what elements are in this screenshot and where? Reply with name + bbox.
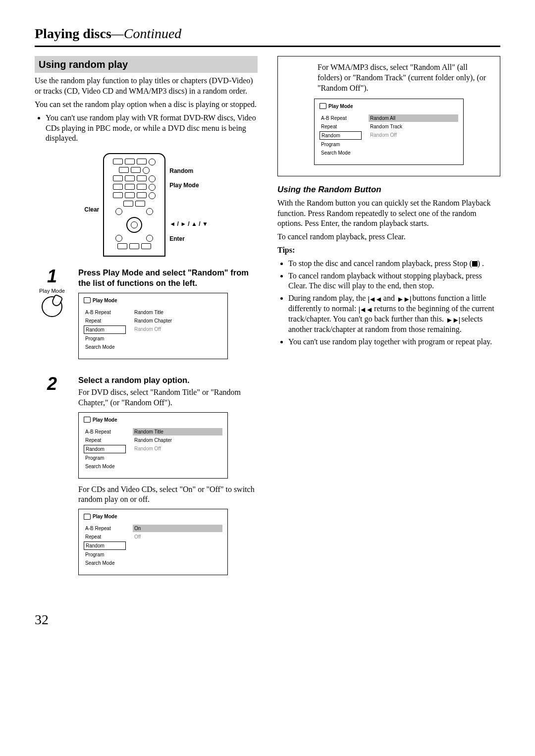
disc-icon xyxy=(84,514,91,520)
tip-2: To cancel random playback without stoppi… xyxy=(288,271,500,292)
osd-right-item-dim: Random Off xyxy=(369,131,458,139)
step-2: 2 Select a random play option. For DVD d… xyxy=(35,375,258,582)
osd-left-item: A-B Repeat xyxy=(84,309,126,316)
disc-icon xyxy=(84,417,91,423)
tips-label: Tips: xyxy=(277,245,500,256)
tip-3b: and xyxy=(381,294,397,302)
right-para-2: To cancel random playback, press Clear. xyxy=(277,232,500,242)
remote-label-arrows: ◄ / ► / ▲ / ▼ xyxy=(169,220,208,228)
osd-left-list: A-B Repeat Repeat Random Program Search … xyxy=(84,308,126,352)
remote-label-enter: Enter xyxy=(169,235,208,243)
osd-right-item: Random Title xyxy=(133,309,222,316)
tip-3a: During random play, the xyxy=(288,294,368,302)
osd-left-item: Program xyxy=(84,335,126,342)
remote-label-clear: Clear xyxy=(84,206,99,214)
intro-bullets: You can't use random play with VR format… xyxy=(35,113,258,144)
osd-right-item-highlight: On xyxy=(133,525,222,532)
remote-label-random: Random xyxy=(169,167,208,175)
osd-left-item-selected: Random xyxy=(84,445,126,453)
osd-left-item-selected: Random xyxy=(320,131,362,140)
skip-next-icon: ►►| xyxy=(446,315,460,325)
osd-step2-dvd: Play Mode A-B Repeat Repeat Random Progr… xyxy=(78,412,228,479)
step-2-head: Select a random play option. xyxy=(78,375,258,385)
step-1: 1 Play Mode Press Play Mode and select "… xyxy=(35,268,258,365)
remote-body xyxy=(103,153,165,257)
osd-left-item: A-B Repeat xyxy=(320,114,362,122)
osd-left-item: Program xyxy=(84,454,126,462)
osd-title: Play Mode xyxy=(93,297,117,304)
step-2-dvd-text: For DVD discs, select "Random Title" or … xyxy=(78,387,258,408)
osd-right-item: Random Chapter xyxy=(133,436,222,444)
right-para-1: With the Random button you can quickly s… xyxy=(277,198,500,229)
remote-labels-left: Clear xyxy=(84,153,99,258)
tip-1: To stop the disc and cancel random playb… xyxy=(288,259,500,269)
osd-left-item: Search Mode xyxy=(84,343,126,351)
tip-1b: ) . xyxy=(478,259,484,268)
osd-right-item: Random Chapter xyxy=(133,317,222,324)
osd-right-item-highlight: Random All xyxy=(369,114,458,122)
osd-wma: Play Mode A-B Repeat Repeat Random Progr… xyxy=(314,99,464,165)
disc-icon xyxy=(84,297,91,303)
page-title: Playing discs—Continued xyxy=(35,25,500,43)
skip-next-icon: ►►| xyxy=(397,294,411,304)
osd-left-item: Search Mode xyxy=(320,149,362,157)
skip-prev-icon: |◄◄ xyxy=(368,294,381,304)
title-main: Playing discs xyxy=(35,26,111,41)
tips-list: To stop the disc and cancel random playb… xyxy=(277,259,500,347)
disc-icon xyxy=(320,103,326,109)
osd-title: Play Mode xyxy=(93,417,117,423)
osd-right-item: Random Track xyxy=(369,123,458,130)
step-2-number: 2 xyxy=(35,375,69,393)
osd-right-list: Random Title Random Chapter Random Off xyxy=(133,308,222,352)
step-2-cd-text: For CDs and Video CDs, select "On" or "O… xyxy=(78,485,258,505)
osd-right-item-dim: Random Off xyxy=(133,445,222,452)
osd-left-item: Repeat xyxy=(320,123,362,130)
remote-label-playmode: Play Mode xyxy=(169,182,208,190)
osd-left-item: A-B Repeat xyxy=(84,428,126,435)
section-heading: Using random play xyxy=(35,56,258,73)
osd-left-item-selected: Random xyxy=(84,541,126,550)
osd-left-item: Search Mode xyxy=(84,463,126,470)
right-column: For WMA/MP3 discs, select "Random All" (… xyxy=(277,56,500,591)
title-continued: —Continued xyxy=(111,26,182,41)
osd-left-item: Repeat xyxy=(84,533,126,540)
intro-para-2: You can set the random play option when … xyxy=(35,100,258,110)
sub-heading: Using the Random Button xyxy=(277,184,500,195)
osd-left-item: Repeat xyxy=(84,436,126,444)
skip-prev-icon: |◄◄ xyxy=(358,305,372,315)
osd-right-item-highlight: Random Title xyxy=(133,428,222,435)
stop-icon xyxy=(472,261,478,267)
press-icon xyxy=(42,296,62,317)
step-1-head: Press Play Mode and select "Random" from… xyxy=(78,268,258,289)
left-column: Using random play Use the random play fu… xyxy=(35,56,258,591)
osd-left-item: Program xyxy=(320,141,362,148)
osd-left-item: A-B Repeat xyxy=(84,525,126,532)
step-1-number: 1 xyxy=(35,268,69,285)
osd-title: Play Mode xyxy=(93,513,117,520)
remote-diagram: Clear Random Play Mode ◄ / ► / ▲ / ▼ xyxy=(35,153,258,258)
osd-left-item-selected: Random xyxy=(84,325,126,334)
osd-left-item: Repeat xyxy=(84,317,126,324)
page-number: 32 xyxy=(35,611,500,629)
wma-box: For WMA/MP3 discs, select "Random All" (… xyxy=(277,56,500,176)
osd-step1: Play Mode A-B Repeat Repeat Random Progr… xyxy=(78,293,228,359)
title-rule xyxy=(35,46,500,47)
osd-right-item-dim: Random Off xyxy=(133,325,222,333)
step-1-sub: Play Mode xyxy=(35,287,69,294)
tip-1a: To stop the disc and cancel random playb… xyxy=(288,259,472,268)
osd-right-item-dim: Off xyxy=(133,533,222,540)
intro-para-1: Use the random play function to play tit… xyxy=(35,76,258,97)
osd-title: Play Mode xyxy=(328,103,353,109)
tip-3: During random play, the |◄◄ and ►►| butt… xyxy=(288,293,500,335)
intro-bullet-1: You can't use random play with VR format… xyxy=(46,113,258,144)
osd-left-item: Search Mode xyxy=(84,559,126,567)
tip-4: You can't use random play together with … xyxy=(288,337,500,347)
remote-labels-right: Random Play Mode ◄ / ► / ▲ / ▼ Enter xyxy=(169,161,208,250)
osd-left-item: Program xyxy=(84,551,126,558)
osd-step2-cd: Play Mode A-B Repeat Repeat Random Progr… xyxy=(78,509,228,575)
wma-text: For WMA/MP3 discs, select "Random All" (… xyxy=(318,62,490,93)
